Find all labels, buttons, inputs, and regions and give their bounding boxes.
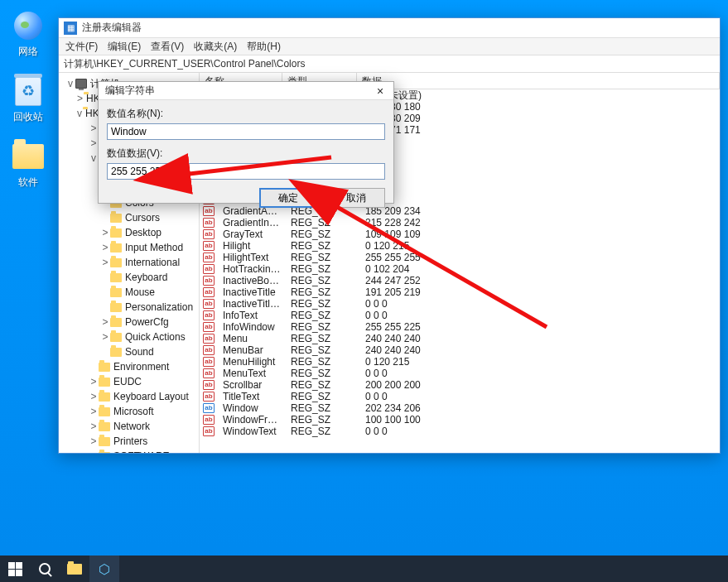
folder-icon xyxy=(110,258,122,267)
string-value-icon: ab xyxy=(203,276,215,286)
string-value-icon: ab xyxy=(203,299,215,309)
folder-icon xyxy=(12,144,44,169)
expander-icon[interactable] xyxy=(100,301,110,313)
menu-favorites[interactable]: 收藏夹(A) xyxy=(190,40,240,54)
tree-subkey[interactable]: Sound xyxy=(59,344,199,359)
folder-icon xyxy=(110,318,122,327)
string-value-icon: ab xyxy=(203,322,215,332)
value-data-field[interactable] xyxy=(107,163,385,180)
tree-key[interactable]: >Printers xyxy=(59,434,199,449)
tree-label: International xyxy=(125,257,180,268)
expander-icon[interactable]: v xyxy=(65,78,75,89)
string-value-icon: ab xyxy=(203,287,215,297)
expander-icon[interactable]: > xyxy=(100,227,110,238)
tree-subkey[interactable]: Mouse xyxy=(59,285,199,300)
tree-label: EUDC xyxy=(113,376,142,387)
string-value-icon: ab xyxy=(203,345,215,355)
window-title: 注册表编辑器 xyxy=(82,21,142,35)
expander-icon[interactable]: > xyxy=(100,331,110,343)
tree-subkey[interactable]: >Quick Actions xyxy=(59,329,199,344)
taskbar-explorer[interactable] xyxy=(60,556,89,582)
tree-subkey[interactable]: Personalization xyxy=(59,300,199,315)
tree-key[interactable]: >Keyboard Layout xyxy=(59,389,199,404)
tree-subkey[interactable]: Keyboard xyxy=(59,270,199,285)
expander-icon[interactable]: > xyxy=(89,391,99,402)
folder-icon xyxy=(99,407,110,416)
tree-key[interactable]: >EUDC xyxy=(59,374,199,389)
folder-icon xyxy=(99,452,110,454)
menu-help[interactable]: 帮助(H) xyxy=(243,40,284,54)
expander-icon[interactable]: > xyxy=(89,421,99,432)
menubar: 文件(F) 编辑(E) 查看(V) 收藏夹(A) 帮助(H) xyxy=(59,38,720,55)
string-value-icon: ab xyxy=(203,392,215,402)
folder-icon xyxy=(99,363,110,372)
tree-subkey[interactable]: >PowerCfg xyxy=(59,315,199,329)
expander-icon[interactable]: v xyxy=(77,108,82,119)
close-icon[interactable]: × xyxy=(374,84,387,98)
string-value-icon: ab xyxy=(203,403,215,413)
expander-icon[interactable]: > xyxy=(89,406,99,417)
expander-icon[interactable]: > xyxy=(77,93,83,104)
desktop-icon-network[interactable]: 网络 xyxy=(3,8,53,59)
expander-icon[interactable] xyxy=(100,272,110,283)
folder-icon xyxy=(99,378,110,387)
ok-button[interactable]: 确定 xyxy=(259,188,317,208)
address-bar[interactable]: 计算机\HKEY_CURRENT_USER\Control Panel\Colo… xyxy=(59,55,720,73)
expander-icon[interactable]: > xyxy=(100,257,110,268)
desktop-icon-software[interactable]: 软件 xyxy=(3,139,53,190)
expander-icon[interactable] xyxy=(100,346,110,358)
desktop-icon-recycle-bin[interactable]: ♻ 回收站 xyxy=(3,74,53,124)
cancel-button[interactable]: 取消 xyxy=(327,188,385,208)
tree-subkey[interactable]: >Input Method xyxy=(59,240,199,255)
string-value-icon: ab xyxy=(203,218,215,228)
expander-icon[interactable]: > xyxy=(100,316,110,328)
cell-name: WindowText xyxy=(218,424,286,439)
tree-subkey[interactable]: >International xyxy=(59,255,199,270)
expander-icon[interactable]: > xyxy=(89,435,99,447)
list-row[interactable]: abWindowTextREG_SZ0 0 0 xyxy=(200,426,720,437)
folder-icon xyxy=(110,348,122,357)
expander-icon[interactable]: > xyxy=(89,450,99,453)
menu-edit[interactable]: 编辑(E) xyxy=(104,40,144,54)
folder-icon xyxy=(99,392,110,402)
tree-label: Sound xyxy=(125,346,154,358)
tree-label: Input Method xyxy=(125,242,183,253)
expander-icon[interactable] xyxy=(100,286,110,298)
expander-icon[interactable]: > xyxy=(100,242,110,253)
string-value-icon: ab xyxy=(203,357,215,367)
computer-icon xyxy=(75,79,87,89)
app-tray-icon: ⬡ xyxy=(99,561,110,577)
tree-key[interactable]: >Network xyxy=(59,419,199,434)
taskbar-app[interactable]: ⬡ xyxy=(89,556,119,582)
tree-subkey[interactable]: >Desktop xyxy=(59,225,199,240)
menu-view[interactable]: 查看(V) xyxy=(147,40,187,54)
start-button[interactable] xyxy=(0,556,30,582)
string-value-icon: ab xyxy=(203,241,215,251)
tree-key[interactable]: >SOFTWARE xyxy=(59,449,199,453)
desktop-icon-label: 网络 xyxy=(3,45,53,59)
tree-key[interactable]: >Microsoft xyxy=(59,404,199,419)
dialog-titlebar[interactable]: 编辑字符串 × xyxy=(99,82,393,100)
string-value-icon: ab xyxy=(203,310,215,320)
folder-icon xyxy=(110,288,122,297)
tree-label: Personalization xyxy=(125,301,193,313)
taskbar-search[interactable] xyxy=(30,556,60,582)
address-text: 计算机\HKEY_CURRENT_USER\Control Panel\Colo… xyxy=(64,57,305,71)
expander-icon[interactable]: > xyxy=(89,376,99,387)
folder-icon xyxy=(110,303,122,312)
tree-label: Keyboard Layout xyxy=(113,391,189,402)
tree-key[interactable]: Environment xyxy=(59,359,199,374)
tree-label: Printers xyxy=(113,435,147,447)
search-icon xyxy=(39,563,51,575)
windows-logo-icon xyxy=(8,562,22,576)
folder-icon xyxy=(110,228,122,238)
expander-icon[interactable] xyxy=(89,361,99,373)
menu-file[interactable]: 文件(F) xyxy=(62,40,101,54)
cell-data: 0 0 0 xyxy=(360,424,720,439)
tree-label: Mouse xyxy=(125,286,155,298)
string-value-icon: ab xyxy=(203,368,215,378)
titlebar[interactable]: ▦ 注册表编辑器 xyxy=(59,18,720,38)
desktop-icons: 网络 ♻ 回收站 软件 xyxy=(3,8,53,204)
value-name-field[interactable] xyxy=(107,123,385,140)
desktop-icon-label: 软件 xyxy=(3,176,53,190)
